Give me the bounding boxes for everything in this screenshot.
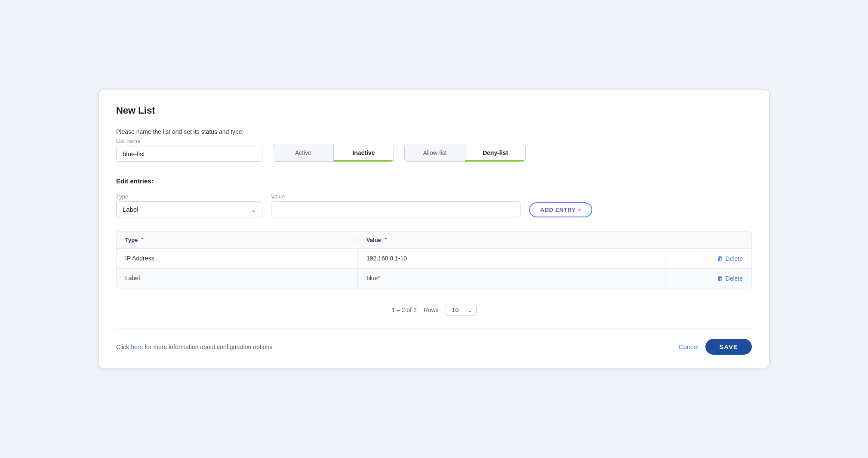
table-row: IP Address 192.168.0.1-10 🗑 Delete xyxy=(117,249,751,269)
type-select-wrapper: Label IP Address Domain URL ⌄ xyxy=(116,201,262,217)
row1-delete-button[interactable]: 🗑 Delete xyxy=(717,255,743,262)
rows-per-page-wrapper: 10 25 50 100 ⌄ xyxy=(446,304,477,316)
type-label: Type xyxy=(116,193,262,200)
footer-info: Click here for more information about co… xyxy=(116,344,272,350)
value-column-header[interactable]: Value ⌃ xyxy=(358,237,665,243)
value-sort-icon: ⌃ xyxy=(384,237,388,243)
footer-divider xyxy=(116,328,752,328)
footer-info-text2: for more information about configuration… xyxy=(143,344,272,350)
row1-delete-label: Delete xyxy=(726,255,743,262)
row1-type-cell: IP Address xyxy=(117,249,358,268)
entries-table: Type ⌃ Value ⌃ IP Address 192.168.0.1-10… xyxy=(116,231,752,288)
type-col-label: Type xyxy=(125,237,138,243)
list-name-label: List name xyxy=(116,138,262,144)
value-input[interactable] xyxy=(271,201,520,217)
type-allow-button[interactable]: Allow-list xyxy=(405,144,465,161)
value-label: Value xyxy=(271,193,520,200)
row1-actions-cell: 🗑 Delete xyxy=(665,249,751,268)
row2-value-cell: blue* xyxy=(358,269,665,288)
pagination-info: 1 – 2 of 2 xyxy=(391,306,416,313)
trash-icon: 🗑 xyxy=(717,255,723,262)
rows-per-page-select[interactable]: 10 25 50 100 xyxy=(446,304,477,316)
type-group: Type Label IP Address Domain URL ⌄ xyxy=(116,193,262,217)
save-button[interactable]: SAVE xyxy=(705,339,752,355)
footer-actions: Cancel SAVE xyxy=(679,339,752,355)
value-col-label: Value xyxy=(366,237,381,243)
type-toggle-group: Allow-list Deny-list xyxy=(404,144,526,162)
rows-label: Rows xyxy=(424,306,439,313)
add-entry-button-wrapper: ADD ENTRY + xyxy=(529,202,592,217)
actions-column-header xyxy=(665,237,751,243)
entry-row: Type Label IP Address Domain URL ⌄ Value… xyxy=(116,193,752,217)
cancel-button[interactable]: Cancel xyxy=(679,343,699,350)
type-select[interactable]: Label IP Address Domain URL xyxy=(116,201,262,217)
status-inactive-button[interactable]: Inactive xyxy=(333,144,394,161)
footer-row: Click here for more information about co… xyxy=(116,339,752,355)
footer-here-link[interactable]: here xyxy=(131,344,143,350)
type-deny-button[interactable]: Deny-list xyxy=(465,144,525,161)
value-group: Value xyxy=(271,193,520,217)
status-toggle-group: Active Inactive xyxy=(273,144,394,162)
status-active-button[interactable]: Active xyxy=(273,144,333,161)
row2-delete-button[interactable]: 🗑 Delete xyxy=(717,275,743,282)
list-name-input[interactable] xyxy=(116,146,262,162)
trash-icon: 🗑 xyxy=(717,275,723,282)
list-name-group: List name xyxy=(116,138,262,162)
row2-actions-cell: 🗑 Delete xyxy=(665,269,751,288)
top-row: List name Active Inactive Allow-list Den… xyxy=(116,138,752,162)
type-sort-icon: ⌃ xyxy=(140,237,144,243)
footer-info-text1: Click xyxy=(116,344,131,350)
row2-delete-label: Delete xyxy=(726,275,743,282)
page-title: New List xyxy=(116,105,752,116)
main-card: New List Please name the list and set it… xyxy=(98,89,770,369)
row1-value-cell: 192.168.0.1-10 xyxy=(358,249,665,268)
table-header: Type ⌃ Value ⌃ xyxy=(117,232,751,249)
instruction-label: Please name the list and set its status … xyxy=(116,128,752,135)
pagination-row: 1 – 2 of 2 Rows 10 25 50 100 ⌄ xyxy=(116,297,752,319)
edit-entries-title: Edit entries: xyxy=(116,177,752,185)
row2-type-cell: Label xyxy=(117,269,358,288)
table-row: Label blue* 🗑 Delete xyxy=(117,269,751,288)
add-entry-button[interactable]: ADD ENTRY + xyxy=(530,203,591,217)
type-column-header[interactable]: Type ⌃ xyxy=(117,237,358,243)
